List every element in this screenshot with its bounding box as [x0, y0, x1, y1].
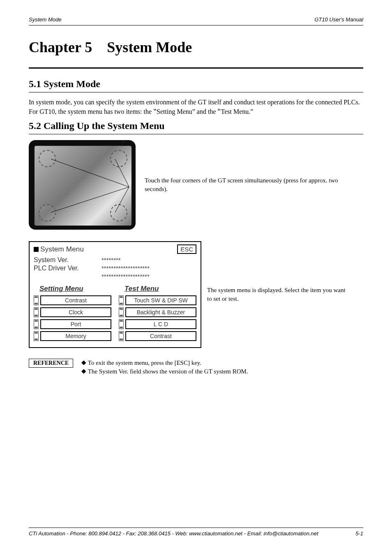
touch-corner-top-left: [39, 150, 56, 167]
touch-corner-top-right: [110, 150, 127, 167]
scroll-handle-icon[interactable]: [119, 331, 124, 341]
scroll-handle-icon[interactable]: [119, 307, 124, 317]
footer-page-number: 5-1: [355, 530, 363, 537]
footer-rule: [29, 528, 363, 528]
reference-label: REFERENCE: [29, 359, 73, 368]
plc-driver-ver-value-1: ********************: [101, 265, 196, 272]
scroll-handle-icon[interactable]: [34, 307, 39, 317]
chapter-number: Chapter 5: [29, 39, 92, 55]
test-menu-lcd-button[interactable]: L C D: [125, 319, 196, 329]
reference-callout: REFERENCE ◆ To exit the system menu, pre…: [29, 359, 363, 376]
gt-device-illustration: [29, 140, 136, 230]
test-menu-touchsw-button[interactable]: Touch SW & DIP SW: [125, 295, 196, 305]
test-menu-column: Test Menu Touch SW & DIP SW Backlight & …: [119, 285, 196, 343]
section-5-2-heading: 5.2 Calling Up the System Menu: [29, 120, 363, 131]
scroll-handle-icon[interactable]: [34, 295, 39, 305]
header-section: System Mode: [29, 16, 61, 23]
header-manual-title: GT10 User's Manual: [314, 16, 363, 23]
system-menu-title: System Menu: [40, 245, 84, 253]
footer-company-info: CTi Automation - Phone: 800.894.0412 - F…: [29, 530, 318, 537]
rule-under-5-2: [29, 134, 363, 134]
setting-menu-memory-button[interactable]: Memory: [40, 331, 111, 341]
test-menu-contrast-button[interactable]: Contrast: [125, 331, 196, 341]
scroll-handle-icon[interactable]: [119, 295, 124, 305]
plc-driver-ver-value-2: ********************: [101, 273, 196, 280]
system-menu-square-icon: [34, 247, 39, 252]
section-5-1-paragraph: In system mode, you can specify the syst…: [29, 97, 363, 116]
touch-corner-bottom-right: [110, 204, 127, 221]
section-5-1-heading: 5.1 System Mode: [29, 78, 363, 90]
bullet-diamond-icon: ◆: [81, 358, 86, 367]
bullet-diamond-icon: ◆: [81, 367, 86, 376]
reference-line-2: ◆ The System Ver. field shows the versio…: [81, 367, 248, 376]
plc-driver-ver-label: PLC Driver Ver.: [34, 265, 101, 272]
system-ver-label: System Ver.: [34, 256, 101, 264]
scroll-handle-icon[interactable]: [34, 331, 39, 341]
scroll-handle-icon[interactable]: [34, 319, 39, 329]
system-ver-value: ********: [101, 256, 196, 264]
chapter-title: Chapter 5 System Mode: [29, 39, 363, 56]
system-menu-caption: The system menu is displayed. Select the…: [207, 286, 347, 303]
rule-under-5-1: [29, 92, 363, 92]
setting-menu-port-button[interactable]: Port: [40, 319, 111, 329]
setting-menu-title: Setting Menu: [34, 285, 111, 293]
test-menu-title: Test Menu: [119, 285, 196, 293]
header-rule: [29, 25, 363, 25]
chapter-name: System Mode: [107, 39, 192, 55]
device-led-icon: [122, 141, 125, 143]
touch-corner-bottom-left: [39, 204, 56, 221]
esc-button[interactable]: ESC: [177, 244, 196, 254]
system-menu-screenshot: System Menu ESC System Ver. ******** PLC…: [29, 241, 201, 348]
setting-menu-contrast-button[interactable]: Contrast: [40, 295, 111, 305]
device-screen: [34, 145, 132, 226]
reference-line-1: ◆ To exit the system menu, press the [ES…: [81, 359, 248, 367]
scroll-handle-icon[interactable]: [119, 319, 124, 329]
setting-menu-column: Setting Menu Contrast Clock Port: [34, 285, 111, 343]
setting-menu-clock-button[interactable]: Clock: [40, 307, 111, 317]
test-menu-backlight-button[interactable]: Backlight & Buzzer: [125, 307, 196, 317]
device-caption: Touch the four corners of the GT screen …: [145, 176, 342, 194]
